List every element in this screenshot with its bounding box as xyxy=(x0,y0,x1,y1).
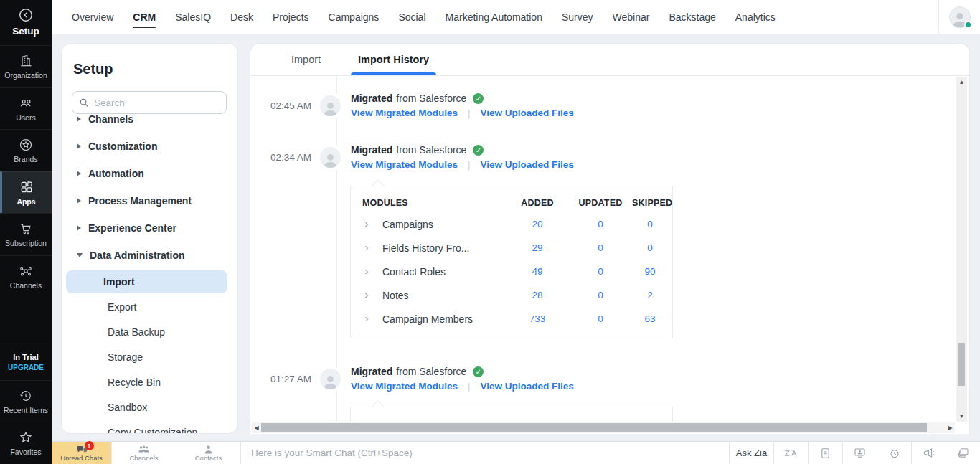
menu-item-copy-customization[interactable]: Copy Customization xyxy=(66,421,227,433)
chevron-down-icon xyxy=(77,253,83,257)
expand-chevron-icon[interactable]: › xyxy=(351,313,382,325)
setup-back-button[interactable]: Setup xyxy=(0,0,52,45)
notes-icon[interactable] xyxy=(808,442,842,464)
nav-survey[interactable]: Survey xyxy=(562,11,593,23)
upgrade-link[interactable]: UPGRADE xyxy=(8,364,44,371)
stacked-windows-icon[interactable] xyxy=(946,442,980,464)
nav-marketing-automation[interactable]: Marketing Automation xyxy=(446,11,542,23)
migrated-modules-table-partial xyxy=(350,407,673,422)
zia-icon[interactable] xyxy=(773,442,808,464)
scroll-down-arrow[interactable]: ▼ xyxy=(956,412,967,421)
nav-backstage[interactable]: Backstage xyxy=(669,11,715,23)
trial-block: In Trial UPGRADE xyxy=(0,344,52,380)
menu-group-customization[interactable]: Customization xyxy=(62,134,237,158)
menu-item-recycle-bin[interactable]: Recycle Bin xyxy=(66,371,227,394)
reminder-clock-icon[interactable] xyxy=(877,442,911,464)
scroll-right-arrow[interactable]: ▶ xyxy=(946,422,955,433)
expand-chevron-icon[interactable]: › xyxy=(351,265,382,278)
tab-import[interactable]: Import xyxy=(291,44,321,75)
search-icon xyxy=(79,98,89,108)
chevron-right-icon xyxy=(77,116,81,122)
menu-group-channels[interactable]: Channels xyxy=(62,114,237,131)
horizontal-scroll-thumb[interactable] xyxy=(261,423,927,432)
chat-channels-tab[interactable]: Channels xyxy=(112,442,176,464)
menu-item-data-backup[interactable]: Data Backup xyxy=(66,321,227,344)
entry-title: Migratedfrom Salesforce ✓ xyxy=(351,366,574,377)
menu-group-data-administration[interactable]: Data Administration xyxy=(62,243,237,267)
unread-count-badge: 1 xyxy=(85,441,94,450)
nav-projects[interactable]: Projects xyxy=(273,11,309,23)
rail-item-channels[interactable]: Channels xyxy=(0,255,52,298)
nav-crm[interactable]: CRM xyxy=(133,11,156,23)
view-migrated-modules-link[interactable]: View Migrated Modules xyxy=(351,159,458,170)
scroll-left-arrow[interactable]: ◀ xyxy=(252,422,261,433)
menu-group-automation[interactable]: Automation xyxy=(62,161,237,186)
top-nav: Overview CRM SalesIQ Desk Projects Campa… xyxy=(52,0,980,34)
expand-chevron-icon[interactable]: › xyxy=(351,289,382,301)
nav-social[interactable]: Social xyxy=(398,11,425,23)
table-row: › Notes 28 0 2 xyxy=(351,283,672,307)
vertical-scrollbar[interactable]: ▲ ▼ xyxy=(956,77,967,422)
nav-desk[interactable]: Desk xyxy=(230,11,253,23)
entry-time: 02:34 AM xyxy=(250,152,311,163)
ask-zia-button[interactable]: Ask Zia xyxy=(729,442,773,464)
nav-webinar[interactable]: Webinar xyxy=(613,11,650,23)
back-icon xyxy=(18,7,34,23)
entry-title: Migratedfrom Salesforce ✓ xyxy=(351,144,574,156)
horizontal-scrollbar[interactable]: ◀ ▶ xyxy=(252,422,955,433)
rail-item-favorites[interactable]: Favorites xyxy=(0,422,52,464)
unread-chats-tab[interactable]: 1 Unread Chats xyxy=(52,442,112,464)
table-row: › Campaigns 20 0 0 xyxy=(351,212,672,236)
rail-item-users[interactable]: Users xyxy=(0,87,52,130)
view-uploaded-files-link[interactable]: View Uploaded Files xyxy=(481,381,574,392)
menu-group-experience-center[interactable]: Experience Center xyxy=(62,216,237,240)
chevron-right-icon xyxy=(77,225,81,231)
search-input[interactable] xyxy=(94,98,221,108)
nav-salesiq[interactable]: SalesIQ xyxy=(175,11,211,23)
table-row: › Fields History Fro... 29 0 0 xyxy=(351,236,672,260)
expand-chevron-icon[interactable]: › xyxy=(351,242,382,254)
nav-analytics[interactable]: Analytics xyxy=(735,11,776,23)
entry-title: Migratedfrom Salesforce ✓ xyxy=(351,93,574,104)
recent-icon xyxy=(19,389,33,403)
view-uploaded-files-link[interactable]: View Uploaded Files xyxy=(481,159,574,170)
success-check-icon: ✓ xyxy=(473,93,484,104)
expand-chevron-icon[interactable]: › xyxy=(351,218,382,230)
nav-overview[interactable]: Overview xyxy=(72,11,113,23)
scroll-up-arrow[interactable]: ▲ xyxy=(956,77,967,87)
link-divider: | xyxy=(468,159,471,170)
menu-item-storage[interactable]: Storage xyxy=(66,346,227,369)
rail-item-brands[interactable]: Brands xyxy=(0,129,52,171)
chevron-right-icon xyxy=(77,171,81,176)
view-migrated-modules-link[interactable]: View Migrated Modules xyxy=(351,381,458,392)
setup-panel: Setup Channels Customization Automation xyxy=(61,43,238,434)
user-avatar[interactable] xyxy=(949,6,971,28)
smart-chat-input[interactable] xyxy=(241,442,729,464)
presentation-icon[interactable] xyxy=(842,442,877,464)
table-header: MODULES ADDED UPDATED SKIPPED xyxy=(351,186,672,212)
entry-time: 01:27 AM xyxy=(250,374,311,384)
rail-item-recent-items[interactable]: Recent Items xyxy=(0,380,52,422)
success-check-icon: ✓ xyxy=(473,366,484,377)
view-migrated-modules-link[interactable]: View Migrated Modules xyxy=(351,108,458,118)
tab-import-history[interactable]: Import History xyxy=(358,44,429,75)
rail-item-subscription[interactable]: Subscription xyxy=(0,213,52,255)
vertical-scroll-thumb[interactable] xyxy=(958,343,965,386)
avatar xyxy=(320,95,341,116)
rail-item-apps[interactable]: Apps xyxy=(0,171,52,214)
announcement-icon[interactable] xyxy=(911,442,946,464)
rail-item-organization[interactable]: Organization xyxy=(0,45,52,87)
setup-panel-title: Setup xyxy=(62,44,237,77)
nav-campaigns[interactable]: Campaigns xyxy=(329,11,380,23)
entry-time: 02:45 AM xyxy=(250,100,311,111)
setup-search[interactable] xyxy=(72,91,227,114)
menu-item-export[interactable]: Export xyxy=(66,295,227,318)
brands-icon xyxy=(19,138,33,152)
chat-contacts-tab[interactable]: Contacts xyxy=(176,442,241,464)
view-uploaded-files-link[interactable]: View Uploaded Files xyxy=(481,108,574,118)
link-divider: | xyxy=(468,108,471,118)
menu-item-import[interactable]: Import xyxy=(66,270,227,293)
chevron-right-icon xyxy=(77,143,81,149)
menu-group-process-management[interactable]: Process Management xyxy=(62,189,237,213)
menu-item-sandbox[interactable]: Sandbox xyxy=(66,396,227,419)
